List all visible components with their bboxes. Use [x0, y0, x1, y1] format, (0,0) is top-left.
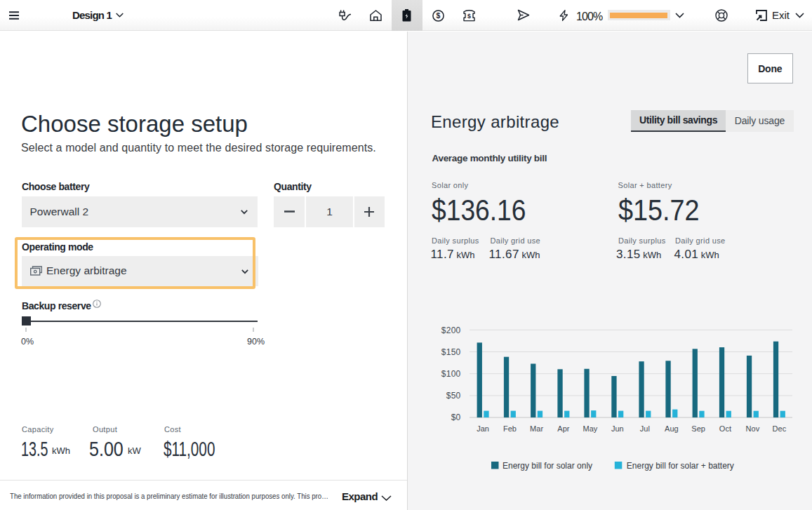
svg-text:Dec: Dec: [773, 424, 787, 433]
svg-text:May: May: [583, 424, 598, 433]
svg-text:Jul: Jul: [640, 424, 650, 433]
svg-text:$100: $100: [441, 369, 461, 379]
svg-text:$: $: [437, 11, 441, 20]
svg-text:Jun: Jun: [611, 424, 624, 433]
svg-text:$50: $50: [446, 391, 461, 401]
svg-text:Jan: Jan: [477, 424, 489, 433]
svg-text:Feb: Feb: [503, 424, 517, 433]
svg-text:Energy bill for solar only: Energy bill for solar only: [502, 461, 592, 471]
svg-text:$150: $150: [441, 347, 461, 357]
svg-text:Oct: Oct: [719, 424, 731, 433]
svg-text:Energy bill for solar + batter: Energy bill for solar + battery: [627, 461, 734, 471]
svg-text:$: $: [467, 13, 471, 20]
svg-text:Mar: Mar: [530, 424, 543, 433]
svg-text:Aug: Aug: [665, 424, 679, 433]
svg-text:$200: $200: [441, 326, 461, 335]
svg-text:Apr: Apr: [557, 424, 569, 433]
svg-text:$0: $0: [451, 412, 461, 422]
svg-text:Sep: Sep: [691, 424, 705, 433]
svg-text:Nov: Nov: [746, 424, 760, 433]
